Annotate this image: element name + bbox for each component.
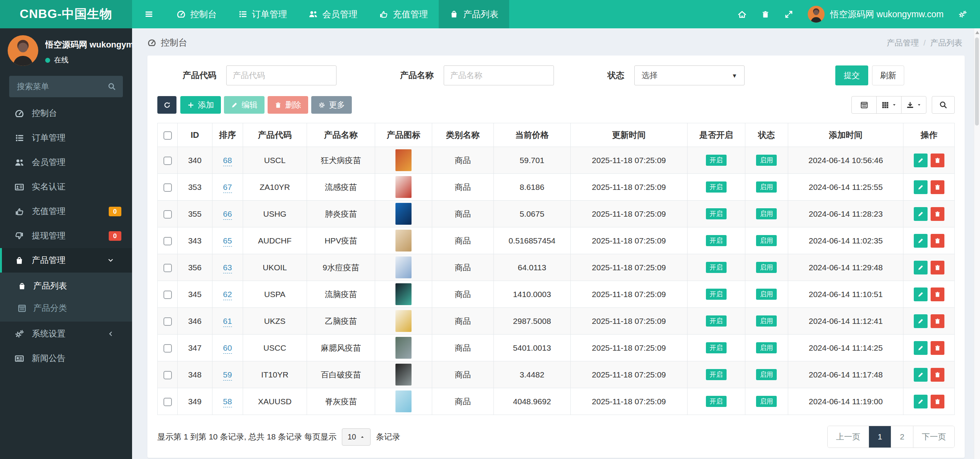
row-checkbox[interactable]: [163, 264, 172, 272]
sidebar-item-recharge[interactable]: 充值管理0: [0, 199, 132, 224]
sort-link[interactable]: 58: [223, 397, 232, 407]
row-checkbox[interactable]: [163, 183, 172, 192]
row-checkbox[interactable]: [163, 344, 172, 353]
delete-row-button[interactable]: [931, 180, 944, 194]
page-2-button[interactable]: 2: [891, 426, 913, 448]
next-page-button[interactable]: 下一页: [913, 426, 954, 448]
page-size-dropdown[interactable]: 10: [342, 428, 371, 446]
status-badge[interactable]: 启用: [756, 396, 777, 407]
breadcrumb-parent[interactable]: 产品管理: [887, 38, 919, 48]
product-name-input[interactable]: [444, 65, 554, 85]
page-1-button[interactable]: 1: [869, 426, 891, 448]
edit-row-button[interactable]: [914, 341, 928, 355]
sort-link[interactable]: 60: [223, 343, 232, 354]
nav-item-orders[interactable]: 订单管理: [227, 0, 298, 28]
refresh-button[interactable]: 刷新: [872, 65, 904, 85]
row-checkbox[interactable]: [163, 157, 172, 165]
status-badge[interactable]: 启用: [756, 208, 777, 219]
home-icon[interactable]: [738, 10, 746, 19]
trash-icon[interactable]: [761, 10, 770, 19]
edit-row-button[interactable]: [914, 261, 928, 274]
open-badge[interactable]: 开启: [706, 369, 727, 380]
sidebar-item-news[interactable]: 新闻公告: [0, 346, 132, 371]
open-badge[interactable]: 开启: [706, 181, 727, 193]
status-badge[interactable]: 启用: [756, 155, 777, 166]
edit-row-button[interactable]: [914, 180, 928, 194]
sidebar-item-withdraw[interactable]: 提现管理0: [0, 224, 132, 248]
status-badge[interactable]: 启用: [756, 235, 777, 246]
nav-item-products[interactable]: 产品列表: [439, 0, 509, 28]
delete-row-button[interactable]: [931, 287, 944, 301]
delete-row-button[interactable]: [931, 314, 944, 328]
sidebar-item-orders[interactable]: 订单管理: [0, 126, 132, 150]
open-badge[interactable]: 开启: [706, 155, 727, 166]
edit-row-button[interactable]: [914, 287, 928, 301]
sidebar-toggle-button[interactable]: [132, 0, 166, 28]
brand-logo[interactable]: CNBG-中国生物: [0, 0, 132, 28]
sidebar-item-realname[interactable]: 实名认证: [0, 175, 132, 199]
nav-item-members[interactable]: 会员管理: [298, 0, 368, 28]
sidebar-search-input[interactable]: [9, 76, 123, 97]
vertical-scrollbar[interactable]: [974, 28, 980, 459]
status-badge[interactable]: 启用: [756, 181, 777, 193]
status-badge[interactable]: 启用: [756, 315, 777, 327]
row-checkbox[interactable]: [163, 291, 172, 299]
add-button[interactable]: 添加: [180, 96, 221, 114]
delete-row-button[interactable]: [931, 261, 944, 274]
edit-row-button[interactable]: [914, 154, 928, 167]
sidebar-item-members[interactable]: 会员管理: [0, 150, 132, 175]
status-badge[interactable]: 启用: [756, 262, 777, 273]
status-select[interactable]: 选择 ▼: [634, 65, 745, 85]
row-checkbox[interactable]: [163, 210, 172, 219]
scroll-up-arrow-icon[interactable]: [975, 31, 979, 34]
edit-row-button[interactable]: [914, 207, 928, 221]
submit-button[interactable]: 提交: [835, 65, 868, 85]
edit-row-button[interactable]: [914, 368, 928, 382]
toggle-pagination-button[interactable]: [851, 96, 877, 114]
edit-button-toolbar[interactable]: 编辑: [224, 96, 265, 114]
open-badge[interactable]: 开启: [706, 396, 727, 407]
row-checkbox[interactable]: [163, 317, 172, 326]
sort-link[interactable]: 61: [223, 317, 232, 327]
select-all-checkbox[interactable]: [163, 131, 172, 140]
nav-item-recharge[interactable]: 充值管理: [368, 0, 439, 28]
sidebar-item-product-management[interactable]: 产品管理: [0, 248, 132, 273]
sidebar-item-dashboard[interactable]: 控制台: [0, 101, 132, 126]
row-checkbox[interactable]: [163, 237, 172, 245]
open-badge[interactable]: 开启: [706, 289, 727, 300]
delete-row-button[interactable]: [931, 395, 944, 408]
scrollbar-thumb[interactable]: [975, 38, 979, 126]
sort-link[interactable]: 62: [223, 290, 232, 300]
more-button[interactable]: 更多: [311, 96, 352, 114]
open-badge[interactable]: 开启: [706, 235, 727, 246]
sort-link[interactable]: 67: [223, 183, 232, 193]
refresh-table-button[interactable]: [157, 96, 176, 114]
fullscreen-icon[interactable]: [784, 10, 793, 19]
delete-row-button[interactable]: [931, 368, 944, 382]
delete-row-button[interactable]: [931, 207, 944, 221]
edit-row-button[interactable]: [914, 234, 928, 248]
sort-link[interactable]: 68: [223, 156, 232, 166]
edit-row-button[interactable]: [914, 395, 928, 408]
export-button[interactable]: [901, 96, 926, 114]
sort-link[interactable]: 66: [223, 209, 232, 220]
user-menu[interactable]: 悟空源码网 wukongymw.com: [808, 6, 944, 23]
sidebar-item-product-category[interactable]: 产品分类: [0, 297, 132, 319]
open-badge[interactable]: 开启: [706, 315, 727, 327]
table-search-button[interactable]: [932, 96, 955, 114]
status-badge[interactable]: 启用: [756, 369, 777, 380]
row-checkbox[interactable]: [163, 371, 172, 379]
sort-link[interactable]: 63: [223, 263, 232, 273]
nav-item-dashboard[interactable]: 控制台: [166, 0, 227, 28]
sort-link[interactable]: 65: [223, 236, 232, 247]
sidebar-item-system-settings[interactable]: 系统设置: [0, 322, 132, 346]
sidebar-item-product-list[interactable]: 产品列表: [0, 275, 132, 297]
product-code-input[interactable]: [226, 65, 336, 85]
sort-link[interactable]: 59: [223, 370, 232, 381]
settings-gears-icon[interactable]: [958, 10, 967, 19]
status-badge[interactable]: 启用: [756, 289, 777, 300]
open-badge[interactable]: 开启: [706, 208, 727, 219]
open-badge[interactable]: 开启: [706, 262, 727, 273]
delete-row-button[interactable]: [931, 154, 944, 167]
edit-row-button[interactable]: [914, 314, 928, 328]
